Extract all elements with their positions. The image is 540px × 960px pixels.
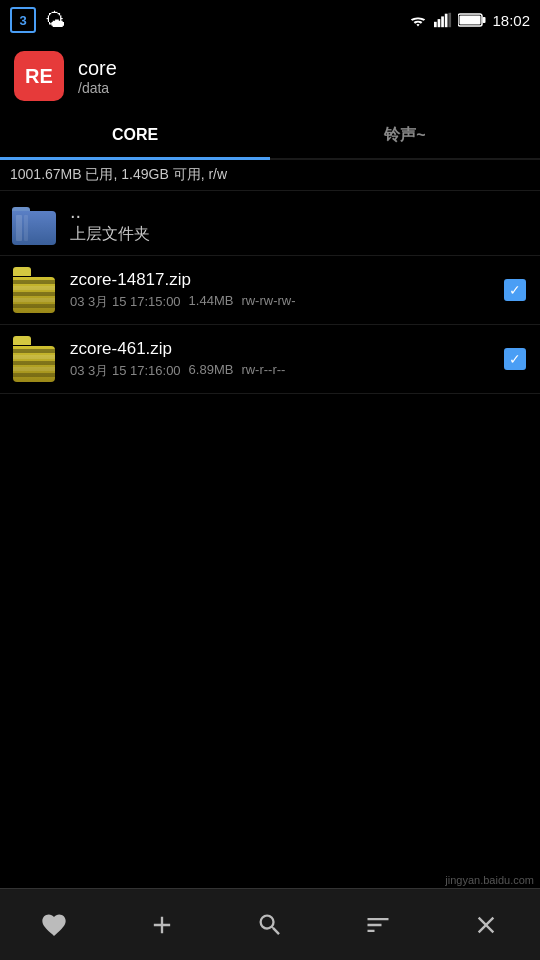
list-item[interactable]: zcore-14817.zip 03 3月 15 17:15:00 1.44MB… <box>0 256 540 325</box>
svg-rect-6 <box>483 17 486 23</box>
parent-label: 上层文件夹 <box>70 224 530 245</box>
status-right: 18:02 <box>408 12 530 29</box>
file-info: zcore-461.zip 03 3月 15 17:16:00 6.89MB r… <box>70 339 500 380</box>
file-size: 6.89MB <box>189 362 234 380</box>
file-perms: rw-rw-rw- <box>241 293 295 311</box>
file-perms: rw-r--r-- <box>241 362 285 380</box>
calendar-icon: 3 <box>10 7 36 33</box>
checkbox[interactable]: ✓ <box>504 279 526 301</box>
status-bar: 3 🌤 18:02 <box>0 0 540 40</box>
svg-rect-4 <box>449 13 452 27</box>
app-name: core <box>78 57 117 80</box>
file-check[interactable]: ✓ <box>500 275 530 305</box>
search-button[interactable] <box>240 895 300 955</box>
app-title-block: core /data <box>78 57 117 96</box>
heart-icon <box>40 911 68 939</box>
favorite-button[interactable] <box>24 895 84 955</box>
zip-icon <box>10 335 58 383</box>
add-icon <box>148 911 176 939</box>
file-info: zcore-14817.zip 03 3月 15 17:15:00 1.44MB… <box>70 270 500 311</box>
search-icon <box>256 911 284 939</box>
wifi-icon <box>408 12 428 28</box>
checkbox[interactable]: ✓ <box>504 348 526 370</box>
file-meta: 03 3月 15 17:16:00 6.89MB rw-r--r-- <box>70 362 500 380</box>
svg-rect-0 <box>434 22 437 27</box>
list-item[interactable]: zcore-461.zip 03 3月 15 17:16:00 6.89MB r… <box>0 325 540 394</box>
tabs: CORE 铃声~ <box>0 112 540 160</box>
folder-icon <box>10 199 58 247</box>
file-name: zcore-14817.zip <box>70 270 500 290</box>
add-button[interactable] <box>132 895 192 955</box>
app-header: RE core /data <box>0 40 540 112</box>
file-name: zcore-461.zip <box>70 339 500 359</box>
svg-rect-7 <box>460 16 481 25</box>
battery-icon <box>458 12 486 28</box>
weather-icon: 🌤 <box>42 7 68 33</box>
file-date: 03 3月 15 17:16:00 <box>70 362 181 380</box>
list-item[interactable]: .. 上层文件夹 <box>0 191 540 256</box>
tab-ringtone[interactable]: 铃声~ <box>270 112 540 158</box>
file-size: 1.44MB <box>189 293 234 311</box>
file-list: .. 上层文件夹 zcore-14817.zip 03 3月 15 17:15:… <box>0 191 540 394</box>
tab-core[interactable]: CORE <box>0 112 270 158</box>
parent-dots: .. <box>70 201 530 221</box>
filter-button[interactable] <box>348 895 408 955</box>
svg-rect-3 <box>445 14 448 28</box>
watermark: jingyan.baidu.com <box>439 872 540 888</box>
file-info: .. 上层文件夹 <box>70 201 530 245</box>
status-left: 3 🌤 <box>10 7 68 33</box>
signal-icon <box>434 12 452 28</box>
close-button[interactable] <box>456 895 516 955</box>
app-logo: RE <box>14 51 64 101</box>
close-icon <box>472 911 500 939</box>
app-path: /data <box>78 80 117 96</box>
svg-rect-2 <box>442 16 445 27</box>
filter-icon <box>364 911 392 939</box>
file-check[interactable]: ✓ <box>500 344 530 374</box>
zip-icon <box>10 266 58 314</box>
info-bar: 1001.67MB 已用, 1.49GB 可用, r/w <box>0 160 540 191</box>
file-meta: 03 3月 15 17:15:00 1.44MB rw-rw-rw- <box>70 293 500 311</box>
file-date: 03 3月 15 17:15:00 <box>70 293 181 311</box>
svg-rect-1 <box>438 19 441 27</box>
bottom-bar <box>0 888 540 960</box>
time-label: 18:02 <box>492 12 530 29</box>
